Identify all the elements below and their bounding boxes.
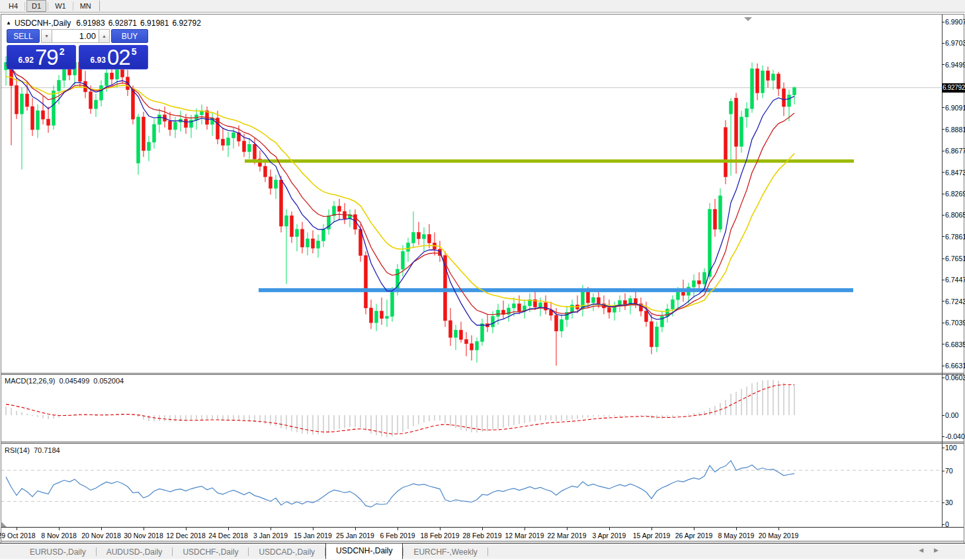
timeframe-mn-button[interactable]: MN [75, 0, 97, 12]
axis-tick [942, 215, 944, 216]
ohlc-close: 6.92792 [172, 19, 200, 28]
date-tick [17, 528, 17, 530]
axis-tick [942, 415, 944, 416]
tab-scroll-right-icon[interactable]: ▶ [934, 547, 939, 553]
timeframe-toolbar: H4 D1 W1 MN [0, 0, 965, 13]
date-label: 3 Jan 2019 [253, 532, 288, 540]
date-tick [736, 528, 737, 530]
date-label: 3 Apr 2019 [593, 532, 626, 540]
rsi-axis-label: 100 [945, 444, 957, 452]
sell-button[interactable]: SELL [7, 29, 40, 43]
one-click-trade-panel: SELL ▼ 1.00 ▲ BUY 6.92 79 2 6.93 02 5 [7, 29, 148, 69]
axis-tick [942, 43, 944, 44]
ohlc-open: 6.91983 [76, 19, 105, 28]
date-label: 12 Mar 2019 [505, 532, 544, 540]
axis-tick [942, 280, 944, 280]
tab-separator [487, 547, 488, 556]
axis-tick [942, 436, 944, 437]
date-label: 12 Dec 2018 [166, 532, 206, 540]
date-label: 6 Feb 2019 [380, 532, 415, 540]
bid-price-box[interactable]: 6.92 79 2 [7, 45, 76, 69]
timeframe-d1-button[interactable]: D1 [26, 0, 46, 12]
rsi-axis-label: 30 [945, 499, 953, 506]
date-label: 29 Oct 2018 [0, 532, 36, 540]
date-tick [144, 528, 144, 530]
ohlc-low: 6.91981 [140, 19, 169, 28]
date-tick [355, 528, 356, 530]
price-axis-label: 6.99070 [945, 18, 965, 26]
date-tick [694, 528, 694, 530]
timeframe-w1-button[interactable]: W1 [50, 0, 71, 12]
date-tick [271, 528, 271, 530]
axis-tick [942, 448, 944, 448]
macd-signal-line [6, 385, 794, 434]
chart-title: ▲ USDCNH-,Daily 6.91983 6.92871 6.91981 … [6, 19, 201, 28]
tab-usdcad-daily[interactable]: USDCAD-,Daily [249, 545, 325, 559]
tab-usdcnh-daily[interactable]: USDCNH-,Daily [325, 543, 403, 559]
price-axis-label: 6.72430 [945, 298, 965, 305]
date-label: 15 Apr 2019 [633, 532, 671, 540]
date-label: 20 Nov 2018 [81, 532, 121, 540]
volume-decrease-button[interactable]: ▼ [41, 29, 52, 43]
axis-tick [942, 344, 944, 344]
price-axis-label: 6.66310 [945, 362, 965, 370]
ask-price-pip: 5 [132, 46, 137, 57]
ask-price-box[interactable]: 6.93 02 5 [79, 45, 148, 69]
toolbar-group-separator [99, 1, 100, 11]
tab-scroll-arrows: ◀ ▶ [919, 547, 939, 553]
price-axis-label: 6.78610 [945, 233, 965, 241]
tab-eurusd-daily[interactable]: EURUSD-,Daily [20, 545, 96, 559]
tab-usdchf-daily[interactable]: USDCHF-,Daily [173, 545, 248, 559]
tab-audusd-daily[interactable]: AUDUSD-,Daily [97, 545, 173, 559]
price-axis-label: 6.94990 [945, 61, 965, 69]
timeframe-h4-button[interactable]: H4 [3, 0, 23, 12]
date-tick [651, 528, 652, 530]
tab-scroll-left-icon[interactable]: ◀ [919, 547, 923, 553]
macd-main-value: 0.045499 [59, 377, 89, 385]
price-axis-label: 6.90910 [945, 104, 965, 112]
date-label: 8 Nov 2018 [41, 532, 77, 540]
axis-tick [942, 301, 944, 301]
volume-input[interactable]: 1.00 [52, 29, 99, 43]
date-tick [567, 528, 567, 530]
axis-tick [942, 22, 944, 22]
macd-axis-label: 0.060342 [945, 374, 965, 381]
axis-tick [942, 194, 944, 194]
price-axis-label: 6.68350 [945, 340, 965, 348]
date-tick [186, 528, 187, 530]
date-tick [440, 528, 441, 530]
ohlc-high: 6.92871 [108, 19, 137, 28]
price-axis-label: 6.76510 [945, 255, 965, 262]
date-label: 28 Feb 2019 [463, 532, 502, 540]
toolbar-separator [24, 2, 25, 11]
axis-tick [942, 172, 944, 173]
tab-eurchf-weekly[interactable]: EURCHF-,Weekly [403, 545, 487, 559]
rsi-value: 70.7184 [34, 446, 60, 454]
symbol-tab-bar: EURUSD-,DailyAUDUSD-,DailyUSDCHF-,DailyU… [0, 543, 965, 559]
buy-button[interactable]: BUY [111, 29, 148, 43]
bid-price-pip: 2 [60, 46, 65, 57]
support-line[interactable] [259, 288, 853, 292]
date-label: 24 Dec 2018 [208, 532, 248, 540]
rsi-axis-label: 70 [945, 467, 953, 475]
date-tick [101, 528, 102, 530]
ask-price-big: 02 [107, 48, 130, 67]
macd-header: MACD(12,26,9) 0.045499 0.052004 [5, 377, 124, 385]
trade-panel-toggle-icon[interactable]: ▲ [6, 20, 11, 26]
date-tick [228, 528, 229, 530]
axis-tick [942, 502, 944, 503]
macd-title: MACD(12,26,9) [5, 377, 55, 385]
axis-tick [942, 64, 944, 65]
axis-tick [942, 524, 944, 525]
bid-price-prefix: 6.92 [19, 56, 34, 65]
current-price-tag: 6.92792 [942, 83, 965, 93]
chart-canvas [0, 0, 965, 560]
bid-price-big: 79 [35, 48, 58, 67]
scroll-begin-grip-icon [1, 521, 7, 527]
macd-axis-label: -0.04041 [945, 432, 965, 440]
volume-increase-button[interactable]: ▲ [99, 29, 110, 43]
rsi-panel [1, 461, 942, 507]
chart-shift-marker-icon[interactable] [744, 17, 752, 21]
resistance-line[interactable] [245, 159, 854, 163]
axis-tick [942, 259, 944, 259]
